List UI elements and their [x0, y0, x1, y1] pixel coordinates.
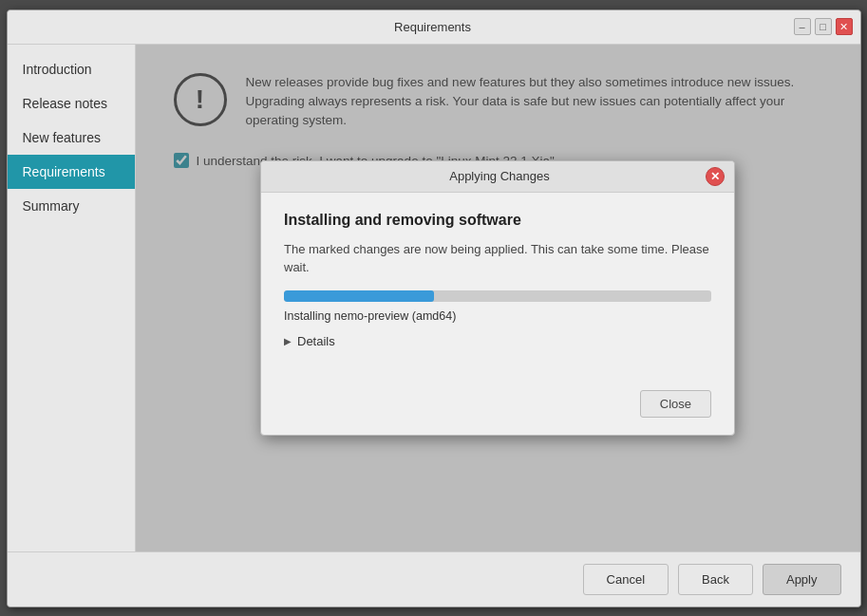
minimize-button[interactable]: – [794, 18, 811, 35]
maximize-button[interactable]: □ [815, 18, 832, 35]
dialog-description: The marked changes are now being applied… [284, 240, 711, 277]
apply-button[interactable]: Apply [763, 564, 841, 595]
sidebar-item-introduction[interactable]: Introduction [8, 52, 135, 86]
dialog-title: Applying Changes [293, 169, 706, 183]
sidebar: Introduction Release notes New features … [8, 45, 136, 551]
window-controls: – □ ✕ [794, 18, 853, 35]
dialog-close-icon-button[interactable]: ✕ [706, 167, 725, 186]
close-button[interactable]: ✕ [836, 18, 853, 35]
details-label: Details [297, 334, 335, 348]
sidebar-item-release-notes[interactable]: Release notes [8, 86, 135, 121]
sidebar-item-new-features[interactable]: New features [8, 121, 135, 155]
sidebar-item-requirements[interactable]: Requirements [8, 155, 135, 189]
bottom-bar: Cancel Back Apply [8, 551, 860, 607]
details-row[interactable]: ▶ Details [284, 334, 711, 348]
dialog-titlebar: Applying Changes ✕ [261, 161, 734, 193]
dialog-body: Installing and removing software The mar… [261, 193, 734, 383]
dialog-overlay: Applying Changes ✕ Installing and removi… [136, 45, 860, 551]
progress-bar-fill [284, 290, 434, 302]
dialog-footer: Close [261, 383, 734, 435]
dialog-heading: Installing and removing software [284, 212, 711, 229]
status-text: Installing nemo-preview (amd64) [284, 309, 711, 323]
sidebar-item-summary[interactable]: Summary [8, 189, 135, 223]
back-button[interactable]: Back [678, 564, 753, 595]
dialog-close-button[interactable]: Close [640, 390, 711, 418]
window-title: Requirements [72, 20, 794, 34]
titlebar: Requirements – □ ✕ [8, 10, 860, 45]
main-window: Requirements – □ ✕ Introduction Release … [7, 9, 861, 607]
main-panel: ! New releases provide bug fixes and new… [136, 45, 860, 551]
triangle-icon: ▶ [284, 336, 292, 346]
cancel-button[interactable]: Cancel [583, 564, 669, 595]
applying-changes-dialog: Applying Changes ✕ Installing and removi… [260, 160, 735, 436]
progress-bar-container [284, 290, 711, 302]
content-area: Introduction Release notes New features … [8, 45, 860, 551]
